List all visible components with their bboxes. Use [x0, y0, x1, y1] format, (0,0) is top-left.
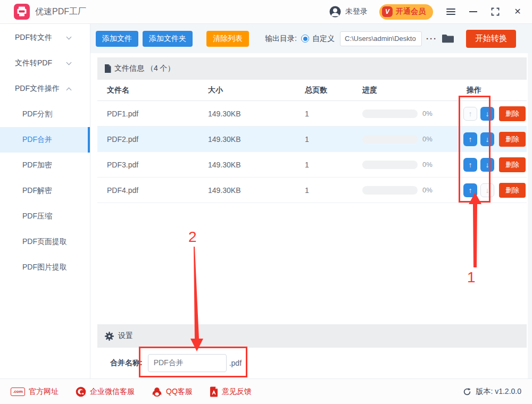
- vip-upgrade-button[interactable]: V 开通会员: [379, 4, 433, 20]
- col-size: 大小: [208, 86, 305, 95]
- settings-header: 设置: [97, 324, 527, 348]
- progress-bar: [362, 135, 418, 144]
- sidebar-item-pdf-merge[interactable]: PDF合并: [0, 127, 90, 153]
- version-label: 版本: v1.2.0.0: [476, 387, 521, 397]
- sidebar-group-label: PDF文件操作: [15, 84, 60, 94]
- file-panel: 文件信息 （4 个） 文件名 大小 总页数 进度 操作 PDF1.pdf 149…: [90, 53, 532, 378]
- col-filename: 文件名: [107, 86, 208, 95]
- file-name: PDF1.pdf: [107, 110, 208, 118]
- progress-percent: 0%: [422, 161, 433, 169]
- merge-name-row: 合并名称: .pdf: [97, 348, 527, 378]
- table-row[interactable]: PDF3.pdf 149.30KB 1 0% ↑ ↓ 删除: [97, 152, 527, 178]
- toolbar: 添加文件 添加文件夹 清除列表 输出目录: 自定义 ··· 开始转换: [90, 24, 532, 53]
- table-header: 文件名 大小 总页数 进度 操作: [97, 80, 527, 101]
- browse-more-button[interactable]: ···: [426, 34, 437, 43]
- menu-icon[interactable]: [446, 7, 455, 16]
- qq-support-label: QQ客服: [166, 387, 193, 397]
- move-up-button[interactable]: ↑: [463, 158, 477, 172]
- clear-list-button[interactable]: 清除列表: [206, 31, 249, 47]
- user-avatar-icon[interactable]: [329, 6, 341, 18]
- move-up-button: ↑: [463, 107, 477, 121]
- sidebar-item-pdf-split[interactable]: PDF分割: [0, 102, 90, 127]
- sidebar-item-pdf-image-extract[interactable]: PDF图片提取: [0, 255, 90, 280]
- merge-name-input[interactable]: [148, 354, 227, 372]
- merge-name-label: 合并名称:: [110, 358, 143, 368]
- feedback-link[interactable]: 意见反馈: [210, 386, 252, 397]
- move-down-button[interactable]: ↓: [480, 132, 494, 146]
- document-icon: [104, 64, 111, 73]
- feedback-icon: [210, 386, 218, 397]
- open-folder-icon[interactable]: [442, 33, 454, 44]
- delete-button[interactable]: 删除: [499, 157, 526, 172]
- file-pages: 1: [305, 110, 362, 118]
- wecom-support-link[interactable]: 企业微信客服: [76, 386, 135, 397]
- sidebar-item-pdf-encrypt[interactable]: PDF加密: [0, 153, 90, 178]
- move-up-button[interactable]: ↑: [463, 183, 477, 197]
- col-progress: 进度: [362, 86, 463, 95]
- file-name: PDF3.pdf: [107, 161, 208, 169]
- delete-button[interactable]: 删除: [499, 183, 526, 198]
- custom-output-radio[interactable]: [301, 35, 309, 43]
- login-status[interactable]: 未登录: [345, 7, 368, 16]
- sidebar: PDF转文件 文件转PDF PDF文件操作 PDF分割 PDF合并 PDF加密 …: [0, 24, 90, 378]
- com-icon: .com: [11, 388, 25, 396]
- vip-upgrade-label: 开通会员: [396, 7, 426, 16]
- close-icon[interactable]: ✕: [513, 7, 522, 16]
- move-up-button[interactable]: ↑: [463, 132, 477, 146]
- app-logo-icon: [14, 4, 30, 20]
- add-file-button[interactable]: 添加文件: [96, 31, 138, 47]
- table-row[interactable]: PDF2.pdf 149.30KB 1 0% ↑ ↓ 删除: [97, 127, 527, 152]
- progress-bar: [362, 161, 418, 169]
- settings-title: 设置: [118, 331, 133, 341]
- sidebar-group-pdf-to-file[interactable]: PDF转文件: [0, 25, 90, 50]
- sidebar-item-pdf-compress[interactable]: PDF压缩: [0, 204, 90, 229]
- feedback-label: 意见反馈: [222, 387, 252, 397]
- sidebar-group-file-to-pdf[interactable]: 文件转PDF: [0, 50, 90, 76]
- vip-badge-icon: V: [382, 6, 393, 17]
- maximize-icon[interactable]: [491, 7, 500, 16]
- output-dir-label: 输出目录:: [265, 34, 297, 44]
- output-path-input[interactable]: [340, 31, 422, 46]
- sidebar-item-pdf-decrypt[interactable]: PDF解密: [0, 178, 90, 204]
- move-down-button: ↓: [480, 183, 494, 197]
- col-pages: 总页数: [305, 86, 362, 95]
- official-website-link[interactable]: .com 官方网址: [11, 387, 59, 397]
- file-size: 149.30KB: [208, 110, 305, 118]
- version-info: 版本: v1.2.0.0: [463, 387, 521, 397]
- table-row[interactable]: PDF4.pdf 149.30KB 1 0% ↑ ↓ 删除: [97, 178, 527, 203]
- sidebar-group-label: PDF转文件: [15, 33, 52, 43]
- move-down-button[interactable]: ↓: [480, 158, 494, 172]
- file-info-title: 文件信息 （4 个）: [114, 64, 175, 73]
- file-size: 149.30KB: [208, 186, 305, 195]
- move-down-button[interactable]: ↓: [480, 107, 494, 121]
- file-table: PDF1.pdf 149.30KB 1 0% ↑ ↓ 删除 PDF2.pdf 1…: [97, 101, 527, 203]
- progress-bar: [362, 110, 418, 118]
- file-name: PDF4.pdf: [107, 186, 208, 195]
- add-folder-button[interactable]: 添加文件夹: [143, 31, 193, 47]
- qq-support-link[interactable]: QQ客服: [152, 386, 193, 397]
- custom-output-label: 自定义: [312, 34, 335, 44]
- wecom-icon: [76, 386, 86, 397]
- refresh-icon: [463, 388, 471, 396]
- delete-button[interactable]: 删除: [499, 106, 526, 121]
- chevron-down-icon: [66, 60, 72, 65]
- footer: .com 官方网址 企业微信客服 QQ客服 意见反馈 版本: v1.2.0.0: [0, 378, 532, 404]
- start-convert-button[interactable]: 开始转换: [466, 30, 516, 48]
- sidebar-group-label: 文件转PDF: [15, 58, 52, 68]
- progress-bar: [362, 186, 418, 195]
- sidebar-item-pdf-page-extract[interactable]: PDF页面提取: [0, 229, 90, 255]
- merge-name-extension: .pdf: [229, 359, 242, 367]
- progress-percent: 0%: [422, 110, 433, 117]
- file-pages: 1: [305, 135, 362, 144]
- sidebar-group-pdf-operations[interactable]: PDF文件操作: [0, 76, 90, 102]
- minimize-icon[interactable]: [468, 7, 478, 16]
- file-pages: 1: [305, 186, 362, 195]
- app-title: 优速PDF工厂: [35, 6, 86, 18]
- progress-percent: 0%: [422, 135, 433, 143]
- chevron-down-icon: [66, 34, 72, 39]
- delete-button[interactable]: 删除: [499, 132, 526, 147]
- official-website-label: 官方网址: [29, 387, 59, 397]
- table-row[interactable]: PDF1.pdf 149.30KB 1 0% ↑ ↓ 删除: [97, 101, 527, 127]
- file-pages: 1: [305, 161, 362, 169]
- titlebar: 优速PDF工厂 未登录 V 开通会员 ✕: [0, 0, 532, 24]
